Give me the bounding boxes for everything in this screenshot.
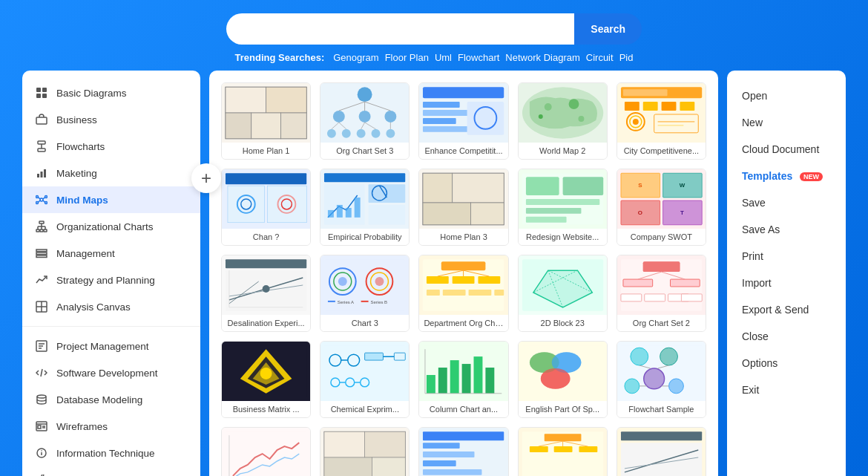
sidebar-item-basic-diagrams[interactable]: Basic Diagrams (22, 79, 200, 106)
template-card-chemical[interactable]: Chemical Exprim... (320, 341, 410, 418)
trending-network-diagram[interactable]: Network Diagram (505, 52, 579, 63)
template-label-chan: Chan ? (222, 229, 310, 245)
svg-rect-241 (423, 443, 460, 449)
svg-rect-248 (529, 446, 548, 452)
sidebar-item-analysis[interactable]: Analysis Canvas (22, 293, 200, 320)
template-card-dept-org-chart[interactable]: Department Org Chart (418, 255, 508, 332)
search-input[interactable] (226, 13, 574, 45)
sidebar-item-electrical[interactable]: Electrical Engineering (22, 466, 200, 476)
svg-rect-240 (423, 431, 504, 440)
svg-rect-237 (365, 431, 406, 457)
trending-pid[interactable]: Pid (619, 52, 634, 63)
svg-rect-147 (324, 259, 405, 311)
right-panel-options[interactable]: Options (727, 350, 846, 376)
right-panel-new[interactable]: New (727, 109, 846, 136)
right-panel-templates[interactable]: Templates NEW (727, 163, 846, 189)
template-card-org-chart-set-3[interactable]: Org Chart Set 3 (320, 82, 410, 160)
sidebar-item-mind-maps[interactable]: Mind Maps (22, 186, 200, 213)
template-card-home-plan-3[interactable]: Home Plan 3 (418, 169, 508, 246)
right-panel-print[interactable]: Print (727, 243, 846, 270)
template-card-chart-3[interactable]: Series A Series B Chart 3 (320, 255, 410, 332)
search-button[interactable]: Search (574, 13, 642, 45)
right-panel-close[interactable]: Close (727, 323, 846, 350)
add-new-button[interactable]: + (191, 163, 221, 193)
template-label-chart-3: Chart 3 (320, 315, 409, 331)
template-card-desalination[interactable]: Desalination Experi... (221, 255, 311, 332)
trending-floor-plan[interactable]: Floor Plan (385, 52, 429, 63)
sidebar-item-software-dev[interactable]: Software Development (22, 359, 200, 386)
right-panel-exit[interactable]: Exit (727, 376, 846, 403)
trending-uml[interactable]: Uml (435, 52, 452, 63)
template-card-company-swot[interactable]: S W O T Company SWOT (617, 169, 706, 246)
svg-line-77 (365, 123, 376, 129)
svg-rect-212 (486, 368, 495, 394)
template-card-empirical-prob[interactable]: Empirical Probability (320, 169, 410, 246)
template-card-bottom-2[interactable] (418, 427, 508, 476)
right-panel-save-as[interactable]: Save As (727, 216, 846, 243)
template-card-world-map-2[interactable]: World Map 2 (518, 82, 608, 160)
template-card-org-chart-set-2[interactable]: Org Chart Set 2 (617, 255, 706, 332)
template-card-english-part[interactable]: English Part Of Sp... (518, 341, 608, 418)
trending-circuit[interactable]: Circuit (586, 52, 614, 63)
template-card-bottom-3[interactable] (518, 427, 608, 476)
template-label-home-plan-3: Home Plan 3 (419, 229, 507, 245)
template-card-redesign-website[interactable]: Redesign Website... (518, 169, 608, 246)
svg-rect-92 (623, 89, 668, 96)
sidebar-item-org-charts[interactable]: Organizational Charts (22, 213, 200, 240)
sidebar-label-analysis: Analysis Canvas (56, 301, 131, 313)
right-panel-cloud-doc[interactable]: Cloud Document (727, 136, 846, 163)
right-panel-export-send[interactable]: Export & Send (727, 296, 846, 323)
template-card-enhance-competit[interactable]: Enhance Competitit... (418, 82, 508, 160)
sidebar-item-management[interactable]: Management (22, 240, 200, 267)
svg-point-88 (568, 99, 579, 109)
trending-genogram[interactable]: Genogram (333, 52, 378, 63)
manage-icon (34, 246, 49, 261)
sidebar-item-wireframes[interactable]: Wireframes (22, 413, 200, 440)
template-card-bottom-4[interactable] (617, 427, 706, 476)
software-icon (34, 365, 49, 380)
svg-line-39 (41, 369, 42, 376)
svg-rect-129 (526, 208, 582, 214)
svg-text:O: O (637, 209, 642, 216)
template-label-company-swot: Company SWOT (617, 229, 706, 245)
template-card-biz-matrix[interactable]: Business Matrix ... (221, 341, 311, 418)
svg-point-223 (631, 348, 648, 365)
svg-point-226 (625, 379, 640, 394)
right-panel-import[interactable]: Import (727, 270, 846, 296)
sidebar-item-maketing[interactable]: Maketing (22, 160, 200, 186)
svg-point-67 (342, 129, 351, 138)
sidebar-label-mind-maps: Mind Maps (56, 195, 108, 206)
svg-rect-100 (654, 114, 698, 133)
template-card-life-plan[interactable]: Life Plan (221, 427, 311, 476)
svg-rect-2 (36, 94, 41, 98)
flow-icon (34, 139, 49, 154)
svg-point-150 (338, 277, 347, 286)
org-icon (34, 219, 49, 234)
project-icon (34, 339, 49, 353)
svg-line-16 (39, 198, 41, 199)
sidebar-label-maketing: Maketing (56, 168, 97, 179)
sidebar-item-flowcharts[interactable]: Flowcharts (22, 133, 200, 160)
trending-label: Trending Searches: (235, 52, 325, 63)
template-card-chan[interactable]: Chan ? (221, 169, 311, 246)
template-card-city-competitive[interactable]: City Competitivene... (617, 82, 706, 160)
sidebar-item-business[interactable]: Business (22, 106, 200, 133)
template-card-flowchart-sample[interactable]: Flowchart Sample (617, 341, 706, 418)
right-panel-open[interactable]: Open (727, 82, 846, 109)
right-panel-save[interactable]: Save (727, 189, 846, 216)
template-card-column-chart[interactable]: Column Chart an... (418, 341, 508, 418)
trending-flowchart[interactable]: Flowchart (458, 52, 499, 63)
template-card-bottom-1[interactable] (320, 427, 410, 476)
svg-rect-59 (226, 113, 251, 139)
sidebar-item-strategy[interactable]: Strategy and Planning (22, 267, 200, 293)
svg-text:Series A: Series A (338, 300, 354, 304)
chart-icon (34, 166, 49, 180)
svg-point-69 (372, 129, 381, 138)
sidebar-item-info-tech[interactable]: Information Technique (22, 440, 200, 466)
main-area: Basic Diagrams Business Flowcharts (0, 71, 868, 476)
template-card-2d-block-23[interactable]: 2D Block 23 (518, 255, 608, 332)
template-card-home-plan-1[interactable]: Home Plan 1 (221, 82, 311, 160)
svg-rect-22 (40, 229, 43, 232)
sidebar-item-project-mgmt[interactable]: Project Management (22, 333, 200, 359)
sidebar-item-database[interactable]: Database Modeling (22, 386, 200, 413)
